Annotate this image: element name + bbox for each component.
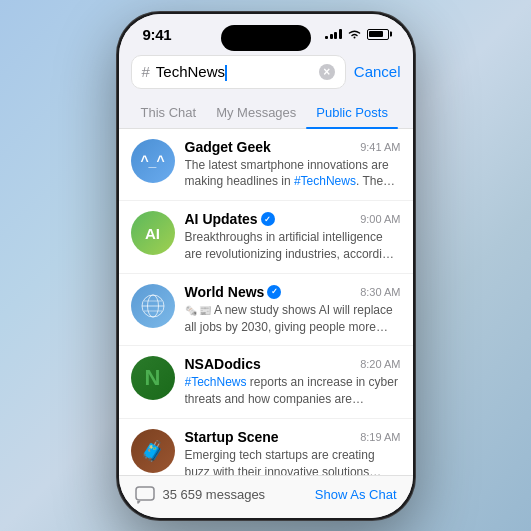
result-item-world-news[interactable]: World News 8:30 AM 🗞️ 📰 A new study show… [119,274,413,347]
tab-this-chat[interactable]: This Chat [131,97,207,128]
result-content-nsadodics: NSADodics 8:20 AM #TechNews reports an i… [185,356,401,408]
result-content-gadget-geek: Gadget Geek 9:41 AM The latest smartphon… [185,139,401,191]
dynamic-island [221,25,311,51]
status-icons [325,29,389,40]
messages-count-container: 35 659 messages [135,486,266,504]
result-text-nsadodics: #TechNews reports an increase in cyber t… [185,374,401,408]
result-time-nsadodics: 8:20 AM [360,358,400,370]
result-name-ai-updates: AI Updates [185,211,275,227]
result-content-startup-scene: Startup Scene 8:19 AM Emerging tech star… [185,429,401,475]
battery-icon [367,29,389,40]
result-name-world-news: World News [185,284,282,300]
result-item-gadget-geek[interactable]: ^_^ Gadget Geek 9:41 AM The latest smart… [119,129,413,202]
wifi-icon [347,29,362,40]
result-item-startup-scene[interactable]: 🧳 Startup Scene 8:19 AM Emerging tech st… [119,419,413,475]
result-item-nsadodics[interactable]: N NSADodics 8:20 AM #TechNews reports an… [119,346,413,419]
search-box[interactable]: # TechNews [131,55,346,89]
tab-public-posts[interactable]: Public Posts [306,97,398,128]
search-container: # TechNews Cancel [119,47,413,97]
result-name-startup-scene: Startup Scene [185,429,279,445]
tabs-container: This Chat My Messages Public Posts [119,97,413,129]
bottom-bar: 35 659 messages Show As Chat [119,475,413,518]
result-content-ai-updates: AI Updates 9:00 AM Breakthroughs in arti… [185,211,401,263]
result-text-startup-scene: Emerging tech startups are creating buzz… [185,447,401,475]
chat-icon [135,486,155,504]
result-name-nsadodics: NSADodics [185,356,261,372]
search-hash-symbol: # [142,63,150,80]
results-list: ^_^ Gadget Geek 9:41 AM The latest smart… [119,129,413,475]
avatar-startup-scene: 🧳 [131,429,175,473]
signal-icon [325,29,342,39]
avatar-gadget-geek: ^_^ [131,139,175,183]
svg-rect-5 [136,487,154,500]
result-item-ai-updates[interactable]: AI AI Updates 9:00 AM Breakthroughs in a… [119,201,413,274]
phone-screen: 9:41 # [119,14,413,518]
result-content-world-news: World News 8:30 AM 🗞️ 📰 A new study show… [185,284,401,336]
avatar-nsadodics: N [131,356,175,400]
status-time: 9:41 [143,26,172,43]
show-as-chat-button[interactable]: Show As Chat [315,487,397,502]
battery-fill [369,31,383,37]
result-text-ai-updates: Breakthroughs in artificial intelligence… [185,229,401,263]
verified-badge-ai [261,212,275,226]
phone-frame: 9:41 # [116,11,416,521]
tab-my-messages[interactable]: My Messages [206,97,306,128]
verified-badge-world [267,285,281,299]
result-time-gadget-geek: 9:41 AM [360,141,400,153]
result-text-gadget-geek: The latest smartphone innovations are ma… [185,157,401,191]
result-text-world-news: 🗞️ 📰 A new study shows AI will replace a… [185,302,401,336]
globe-icon [140,293,166,319]
cancel-button[interactable]: Cancel [354,63,401,80]
result-time-ai-updates: 9:00 AM [360,213,400,225]
result-time-world-news: 8:30 AM [360,286,400,298]
avatar-ai-updates: AI [131,211,175,255]
avatar-world-news [131,284,175,328]
messages-count-text: 35 659 messages [163,487,266,502]
result-time-startup-scene: 8:19 AM [360,431,400,443]
result-name-gadget-geek: Gadget Geek [185,139,271,155]
search-input-text: TechNews [156,63,313,81]
search-clear-button[interactable] [319,64,335,80]
